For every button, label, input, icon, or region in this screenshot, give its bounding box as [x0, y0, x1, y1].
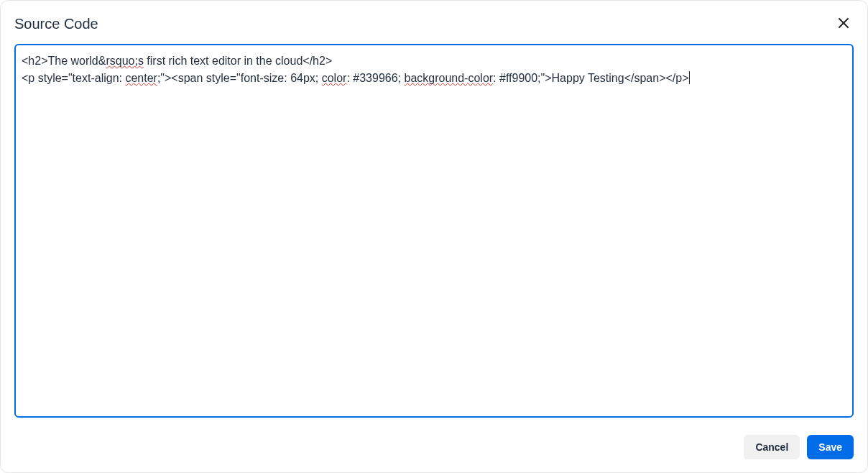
dialog-header: Source Code [14, 14, 854, 34]
source-code-dialog: Source Code <h2>The world&rsquo;s first … [0, 0, 868, 473]
dialog-footer: Cancel Save [14, 435, 854, 459]
close-icon [838, 17, 849, 31]
cancel-button[interactable]: Cancel [744, 435, 800, 459]
text-cursor [689, 71, 690, 84]
code-line-1: <h2>The world&rsquo;s first rich text ed… [22, 55, 332, 67]
dialog-title: Source Code [14, 16, 98, 32]
save-button[interactable]: Save [807, 435, 854, 459]
source-code-textarea[interactable]: <h2>The world&rsquo;s first rich text ed… [14, 44, 854, 418]
editor-wrap: <h2>The world&rsquo;s first rich text ed… [14, 44, 854, 418]
code-line-2: <p style="text-align: center;"><span sty… [22, 72, 689, 84]
close-button[interactable] [834, 14, 854, 34]
